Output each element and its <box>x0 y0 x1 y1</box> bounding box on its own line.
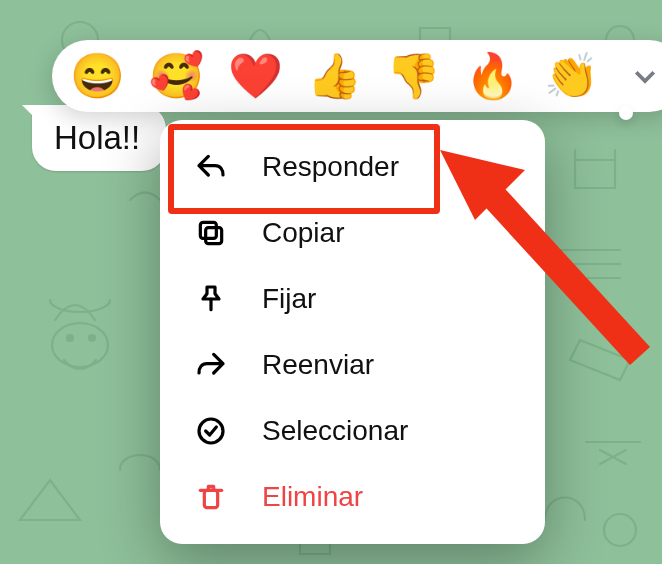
menu-item-select[interactable]: Seleccionar <box>160 398 545 464</box>
reaction-more-button[interactable] <box>623 54 662 98</box>
reaction-fire[interactable]: 🔥 <box>465 54 520 98</box>
forward-icon <box>194 348 228 382</box>
svg-rect-7 <box>206 228 222 244</box>
chevron-down-icon <box>630 61 660 91</box>
reaction-heart[interactable]: ❤️ <box>228 54 283 98</box>
message-text: Hola!! <box>54 119 140 156</box>
select-icon <box>194 414 228 448</box>
menu-item-copy[interactable]: Copiar <box>160 200 545 266</box>
menu-item-label: Seleccionar <box>262 415 408 447</box>
menu-item-label: Eliminar <box>262 481 363 513</box>
copy-icon <box>194 216 228 250</box>
svg-rect-8 <box>200 222 216 238</box>
menu-item-label: Reenviar <box>262 349 374 381</box>
menu-item-delete[interactable]: Eliminar <box>160 464 545 530</box>
menu-item-forward[interactable]: Reenviar <box>160 332 545 398</box>
svg-rect-10 <box>204 490 217 507</box>
reaction-clap[interactable]: 👏 <box>544 54 599 98</box>
reaction-bar: 😄 🥰 ❤️ 👍 👎 🔥 👏 <box>52 40 662 112</box>
reaction-heart-face[interactable]: 🥰 <box>149 54 204 98</box>
reaction-bar-tail <box>619 106 633 120</box>
reply-icon <box>194 150 228 184</box>
menu-item-label: Copiar <box>262 217 344 249</box>
svg-point-3 <box>67 335 73 341</box>
context-menu: Responder Copiar Fijar Reenviar Seleccio… <box>160 120 545 544</box>
menu-item-label: Responder <box>262 151 399 183</box>
reaction-thumbs-down[interactable]: 👎 <box>386 54 441 98</box>
menu-item-label: Fijar <box>262 283 316 315</box>
reaction-thumbs-up[interactable]: 👍 <box>307 54 362 98</box>
menu-item-pin[interactable]: Fijar <box>160 266 545 332</box>
trash-icon <box>194 480 228 514</box>
message-bubble[interactable]: Hola!! <box>32 105 166 171</box>
reaction-grin[interactable]: 😄 <box>70 54 125 98</box>
pin-icon <box>194 282 228 316</box>
menu-item-reply[interactable]: Responder <box>160 134 545 200</box>
svg-point-4 <box>89 335 95 341</box>
